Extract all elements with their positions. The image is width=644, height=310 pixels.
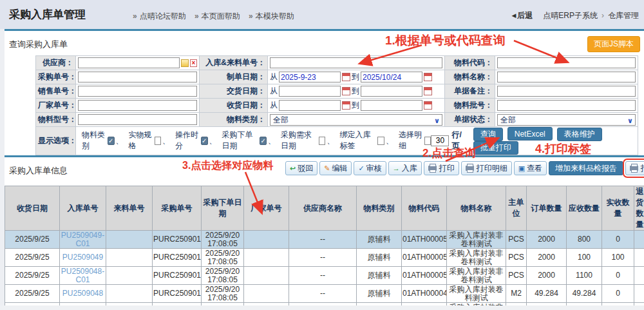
- chevrons-icon: »: [133, 12, 137, 21]
- vendor-no-input[interactable]: [78, 100, 197, 111]
- annotation-2: 2.点击查询: [422, 146, 475, 160]
- material-category-value: 全部: [273, 115, 289, 124]
- supplier-input[interactable]: [78, 57, 180, 68]
- left-margin: [0, 29, 5, 310]
- toolbar-button-label: 增加来料品检报告: [555, 163, 617, 174]
- inbound-no-link[interactable]: PU2509049: [62, 253, 103, 262]
- toolbar-button-5[interactable]: 打印: [424, 161, 459, 175]
- option-separator: 、: [162, 135, 170, 146]
- toolbar-button-2[interactable]: ✎编辑: [319, 161, 352, 175]
- doc-status-value: 全部: [500, 115, 516, 124]
- display-option-5: 采购需求日期: [281, 130, 325, 151]
- inbound-no-input[interactable]: [270, 57, 442, 68]
- topbar-breadcrumb: ◀后退点晴ERP子系统›仓库管理: [511, 10, 639, 21]
- make-date-from-input[interactable]: [279, 72, 341, 82]
- toolbar-button-8[interactable]: 增加来料品检报告: [549, 161, 623, 175]
- picker-icon[interactable]: [181, 59, 188, 67]
- back-button[interactable]: 后退: [517, 11, 533, 20]
- label-make-date: 制单日期：: [200, 70, 268, 84]
- column-header: 物料名称: [447, 186, 506, 231]
- help-links: »点晴论坛帮助 »本页面帮助 »本模块帮助: [126, 11, 294, 22]
- label-vendor-no: 厂家单号：: [36, 99, 76, 113]
- toolbar-button-9[interactable]: 打印标签: [625, 161, 644, 175]
- crumb-module[interactable]: 仓库管理: [608, 11, 639, 20]
- chevron-down-icon: ∨: [434, 115, 440, 126]
- action-button-2[interactable]: NetExcel: [507, 127, 553, 140]
- help-link-page[interactable]: 本页面帮助: [202, 12, 240, 21]
- receive-date-from-input[interactable]: [279, 100, 341, 111]
- calendar-icon[interactable]: [424, 87, 432, 95]
- column-header: 主单位: [506, 186, 527, 231]
- calendar-icon[interactable]: [424, 101, 432, 110]
- printer-icon: [630, 166, 638, 171]
- material-batch-input[interactable]: [497, 100, 636, 111]
- display-option-1: 物料类别✓: [82, 130, 115, 151]
- back-arrow-icon: ◀: [511, 12, 516, 19]
- option-separator: 、: [209, 135, 217, 146]
- topbar: 采购入库单管理 »点晴论坛帮助 »本页面帮助 »本模块帮助 ◀后退点晴ERP子系…: [0, 0, 644, 29]
- crumb-system[interactable]: 点晴ERP子系统: [543, 11, 598, 20]
- bottom-margin: [0, 305, 644, 310]
- label-material-model: 物料型号：: [36, 113, 76, 127]
- table-row[interactable]: 2025/9/25PU2509049-C01PURC25090122025/9/…: [5, 231, 644, 249]
- calendar-icon[interactable]: [424, 73, 432, 81]
- page-js-script-button[interactable]: 页面JS脚本: [587, 36, 640, 52]
- table-row[interactable]: 原辅料01ATH00005采购入库封装非卷料测试PCS2000100100: [5, 303, 644, 306]
- checkbox-icon[interactable]: [319, 137, 326, 145]
- help-link-module[interactable]: 本模块帮助: [256, 12, 294, 21]
- checkbox-icon[interactable]: [155, 137, 161, 145]
- toolbar-button-3[interactable]: ✓审核: [354, 161, 386, 175]
- checkbox-icon[interactable]: ✓: [260, 137, 267, 145]
- doc-remark-input[interactable]: [497, 86, 636, 97]
- sales-no-input[interactable]: [78, 86, 197, 97]
- material-code-input[interactable]: [497, 57, 636, 68]
- column-header: 物料类别: [357, 186, 402, 231]
- table-row[interactable]: 2025/9/25PU2509048PURC25090122025/9/20 1…: [5, 285, 644, 303]
- info-toolbar: ↩驳回✎编辑✓审核→入库打印打印明细▣查看增加来料品检报告打印标签: [285, 161, 644, 175]
- display-option-label: 绑定入库标签: [339, 130, 375, 151]
- table-row[interactable]: 2025/9/25PU2509048-C01PURC25090122025/9/…: [5, 267, 644, 285]
- annotation-1: 1.根据单号或代码查询: [385, 32, 506, 49]
- annotation-3: 3.点击选择对应物料: [182, 159, 273, 173]
- action-button-3[interactable]: 表格维护: [557, 128, 602, 141]
- toolbar-button-7[interactable]: ▣查看: [514, 161, 547, 175]
- label-receive-date: 收货日期：: [200, 99, 268, 113]
- action-button-1[interactable]: 查询: [473, 128, 503, 141]
- material-name-input[interactable]: [497, 72, 636, 82]
- page-title: 采购入库单管理: [9, 7, 86, 22]
- delivery-date-from-input[interactable]: [279, 86, 341, 97]
- purchase-no-input[interactable]: [78, 72, 197, 82]
- query-form: 供应商： × 入库&来料单号： 物料代码： 采购单号： 制单日期： 从: [35, 55, 638, 155]
- checkbox-icon[interactable]: [424, 137, 431, 145]
- delivery-date-to-input[interactable]: [361, 86, 422, 97]
- toolbar-button-4[interactable]: →入库: [388, 161, 422, 175]
- material-category-select[interactable]: 全部∨: [270, 114, 442, 126]
- action-button-4[interactable]: 批量打印: [473, 141, 518, 155]
- toolbar-button-1[interactable]: ↩驳回: [285, 161, 317, 175]
- toolbar-button-label: 打印标签: [641, 163, 644, 174]
- toolbar-button-6[interactable]: 打印明细: [461, 161, 512, 175]
- label-supplier: 供应商：: [36, 56, 76, 70]
- table-row[interactable]: 2025/9/25PU2509049PURC25090122025/9/20 1…: [5, 249, 644, 267]
- help-link-forum[interactable]: 点晴论坛帮助: [140, 12, 186, 21]
- calendar-icon[interactable]: [342, 73, 350, 81]
- label-delivery-date: 交货日期：: [200, 84, 268, 99]
- material-model-input[interactable]: [78, 114, 197, 125]
- annotation-4: 4.打印标签: [535, 141, 591, 157]
- checkbox-icon[interactable]: ✓: [108, 137, 114, 145]
- rows-per-page-input[interactable]: [431, 135, 449, 146]
- inbound-no-link[interactable]: PU2509049-C01: [61, 231, 104, 248]
- label-material-category: 物料类别：: [200, 113, 268, 127]
- make-date-to-input[interactable]: [361, 72, 422, 82]
- inbound-no-link[interactable]: PU2509048: [62, 289, 103, 298]
- checkbox-icon[interactable]: ✓: [201, 137, 207, 145]
- toolbar-button-label: 打印: [439, 163, 455, 174]
- doc-status-select[interactable]: 全部∨: [497, 114, 636, 126]
- label-doc-status: 单据状态：: [445, 113, 495, 127]
- calendar-icon[interactable]: [342, 101, 350, 110]
- checkbox-icon[interactable]: [377, 137, 384, 145]
- clear-icon[interactable]: ×: [190, 59, 197, 67]
- receive-date-to-input[interactable]: [361, 100, 422, 111]
- calendar-icon[interactable]: [342, 87, 350, 95]
- inbound-no-link[interactable]: PU2509048-C01: [61, 267, 104, 284]
